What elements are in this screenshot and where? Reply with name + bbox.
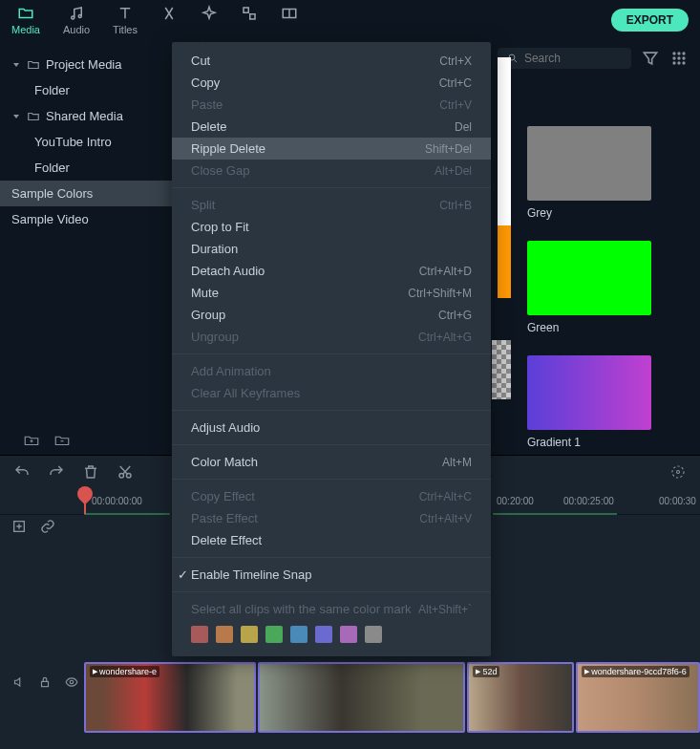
transition-icon — [160, 5, 178, 22]
menu-item[interactable]: Duration — [172, 238, 491, 260]
menu-item[interactable]: CopyCtrl+C — [172, 72, 491, 94]
export-button[interactable]: EXPORT — [611, 9, 689, 32]
music-icon — [68, 5, 85, 22]
menu-shortcut: Shift+Del — [425, 142, 472, 156]
tab-audio[interactable]: Audio — [63, 5, 90, 35]
menu-item[interactable]: Color MatchAlt+M — [172, 451, 491, 473]
svg-rect-3 — [250, 14, 255, 19]
menu-shortcut: Ctrl+G — [438, 309, 472, 322]
delete-icon[interactable] — [82, 463, 99, 481]
tab-titles[interactable]: Titles — [113, 5, 138, 35]
tab-transitions[interactable] — [160, 5, 178, 35]
menu-item: PasteCtrl+V — [172, 94, 491, 116]
timeline-clip[interactable] — [258, 662, 466, 733]
tree-label: Project Media — [46, 57, 121, 72]
menu-label: Copy — [191, 75, 220, 90]
thumb-label: Grey — [527, 206, 700, 220]
menu-item[interactable]: GroupCtrl+G — [172, 304, 491, 326]
lock-icon[interactable] — [38, 675, 52, 689]
svg-point-6 — [672, 52, 675, 54]
color-mark[interactable] — [265, 626, 283, 643]
color-mark[interactable] — [315, 626, 332, 643]
tab-label: Media — [11, 24, 40, 35]
menu-label: Group — [191, 308, 225, 322]
color-mark[interactable] — [340, 626, 357, 643]
tree-label: Shared Media — [46, 109, 123, 123]
menu-label: Duration — [191, 242, 238, 256]
menu-item[interactable]: MuteCtrl+Shift+M — [172, 282, 491, 304]
menu-label: Adjust Audio — [191, 420, 260, 435]
menu-item: Clear All Keyframes — [172, 382, 491, 404]
menu-label: Color Match — [191, 455, 258, 469]
menu-label: Add Animation — [191, 364, 271, 378]
thumbnail[interactable]: Grey — [527, 126, 700, 220]
menu-label: Paste — [191, 97, 223, 112]
menu-label: Select all clips with the same color mar… — [191, 602, 411, 616]
menu-item[interactable]: Adjust Audio — [172, 417, 491, 439]
svg-point-12 — [672, 61, 675, 64]
svg-point-8 — [682, 52, 685, 54]
color-mark[interactable] — [290, 626, 308, 643]
delete-folder-icon[interactable] — [53, 432, 71, 449]
menu-label: Split — [191, 198, 215, 212]
folder-icon — [27, 58, 40, 72]
swatch — [527, 241, 651, 315]
menu-item[interactable]: CutCtrl+X — [172, 50, 491, 72]
menu-item[interactable]: Detach AudioCtrl+Alt+D — [172, 260, 491, 282]
ruler-time: 00:20:00 — [497, 496, 534, 506]
menu-item[interactable]: Crop to Fit — [172, 216, 491, 238]
link-icon[interactable] — [40, 519, 55, 534]
menu-item[interactable]: Ripple DeleteShift+Del — [172, 138, 491, 160]
menu-label: Detach Audio — [191, 264, 265, 278]
timeline-clip[interactable]: wondershare-e — [84, 662, 256, 733]
cut-icon[interactable] — [117, 463, 134, 481]
color-mark[interactable] — [191, 626, 208, 643]
ruler-time: 00:00:25:00 — [563, 496, 614, 506]
topbar-tabs: Media Audio Titles — [11, 5, 611, 35]
menu-shortcut: Ctrl+Alt+V — [419, 512, 472, 525]
playhead[interactable] — [84, 488, 86, 514]
eye-icon[interactable] — [65, 675, 78, 689]
menu-label: Ripple Delete — [191, 141, 265, 156]
thumbnail[interactable]: Gradient 1 — [527, 355, 700, 449]
color-mark[interactable] — [241, 626, 258, 643]
grid-icon[interactable] — [669, 49, 689, 68]
color-mark[interactable] — [216, 626, 233, 643]
menu-item[interactable]: ✓Enable Timeline Snap — [172, 564, 491, 586]
menu-item[interactable]: DeleteDel — [172, 116, 491, 138]
search-input[interactable] — [524, 52, 622, 65]
clip-label: wondershare-9ccd78f6-6 — [582, 666, 689, 677]
svg-rect-2 — [244, 8, 248, 12]
menu-item: Add Animation — [172, 360, 491, 382]
filter-icon[interactable] — [641, 49, 660, 68]
add-track-icon[interactable] — [11, 519, 27, 534]
clip-label: 52d — [473, 666, 499, 677]
thumbnail[interactable]: Green — [527, 241, 700, 334]
timeline-clip[interactable]: wondershare-9ccd78f6-6 — [576, 662, 700, 733]
color-mark[interactable] — [365, 626, 382, 643]
undo-icon[interactable] — [13, 463, 31, 481]
menu-item[interactable]: Delete Effect — [172, 529, 491, 551]
menu-item: Select all clips with the same color mar… — [172, 598, 491, 620]
search-box[interactable] — [498, 48, 631, 69]
tab-elements[interactable] — [241, 5, 258, 35]
menu-item: Copy EffectCtrl+Alt+C — [172, 485, 491, 507]
timeline-clip[interactable]: 52d — [467, 662, 574, 733]
svg-point-14 — [682, 61, 685, 64]
menu-label: Ungroup — [191, 330, 239, 344]
tab-split[interactable] — [281, 5, 298, 35]
new-folder-icon[interactable] — [23, 432, 40, 449]
menu-item: Close GapAlt+Del — [172, 160, 491, 182]
svg-point-21 — [70, 680, 74, 684]
ruler-time: 00:00:30 — [659, 496, 696, 506]
svg-point-13 — [677, 61, 680, 64]
playhead-time: 00:00:00:00 — [92, 496, 142, 506]
context-menu: CutCtrl+XCopyCtrl+CPasteCtrl+VDeleteDelR… — [172, 42, 491, 656]
marker-icon[interactable] — [669, 463, 687, 481]
tab-effects[interactable] — [201, 5, 218, 35]
stripe-transparent — [492, 340, 511, 399]
tab-media[interactable]: Media — [11, 5, 40, 35]
swatch — [527, 126, 651, 201]
mute-icon[interactable] — [11, 675, 25, 689]
redo-icon[interactable] — [48, 463, 65, 481]
